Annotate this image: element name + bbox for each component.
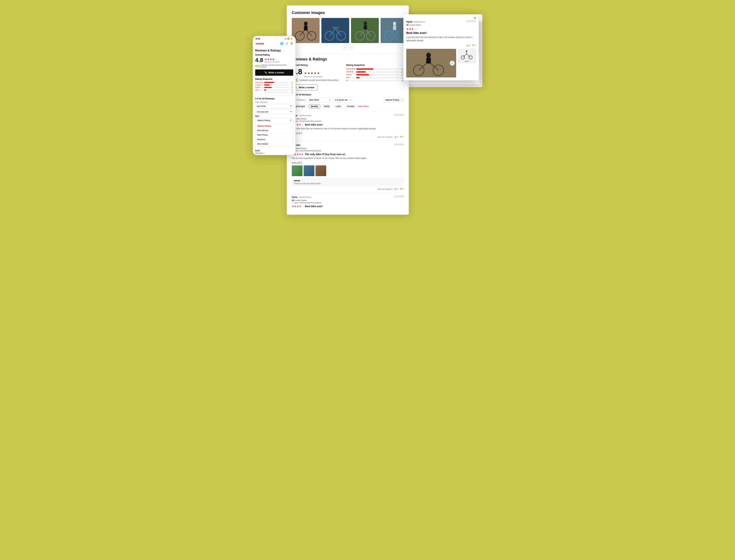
review-img-thumb-2[interactable] — [303, 165, 314, 176]
phone-sort-chevron: ▾ — [290, 119, 291, 121]
carousel-prev[interactable]: ‹ — [342, 45, 347, 50]
clear-filters-btn[interactable]: Clear filters — [358, 104, 369, 109]
modal-nav-arrow[interactable]: › — [450, 61, 455, 66]
tag-safety[interactable]: Safety — [321, 104, 332, 109]
phone-header: woom. 🌐 🛒 ☰ — [253, 41, 295, 47]
phone-write-review-btn[interactable]: ✏️ Write a review — [255, 69, 293, 76]
phone-review-stars: ★★★★☆ — [255, 152, 293, 154]
phone-age-filter[interactable]: 6-8 years old ▾ — [255, 109, 293, 114]
reviewer-flag-3: 🇺🇸 United States — [292, 199, 404, 202]
phone-rider-filter[interactable]: New Rider ▾ — [255, 104, 293, 108]
phone-sort-label: Sort — [255, 115, 293, 117]
phone-sort-featured[interactable]: Featured — [255, 137, 293, 142]
rating-snapshot: Rating Snapshot ★★★★★ (4) ★★★★★ (2) ★★★★… — [346, 64, 404, 90]
helpful-no-1[interactable]: 👎 0 — [400, 136, 404, 138]
phone-review-mini: Iryna ★★★★☆ Best bike ever! Love this bi… — [255, 147, 293, 155]
mobile-phone: 9:41 ▪▪▪ 📶 🔋 woom. 🌐 🛒 ☰ Reviews & Ratin… — [253, 36, 296, 155]
review-body-2: We are true superfans of woom in our hou… — [292, 157, 404, 160]
phone-sort-photos[interactable]: With Photos — [255, 133, 293, 137]
phone-snap-2-count: (1) — [290, 89, 293, 91]
modal-product-img[interactable]: woom. — [458, 49, 476, 63]
cart-icon[interactable]: 🛒 — [285, 42, 289, 45]
modal-title: Best bike ever! — [406, 31, 476, 35]
phone-rider-chevron: ▾ — [290, 105, 291, 107]
modal-close-button[interactable]: ✕ — [474, 16, 476, 20]
modal-dislike-btn[interactable]: 👎 0 — [472, 44, 476, 47]
phone-snapshot-2: ★★☆☆☆ (1) — [255, 89, 293, 91]
overall-stars-block: ★ ★ ★ ★ ★ Based on 10 reviews — [304, 71, 322, 78]
product-link-2[interactable]: woom UP 5 — [292, 161, 302, 164]
review-stars-title-2: ★★★★★ The only bike I'll buy from now on — [292, 153, 404, 156]
svg-rect-22 — [364, 25, 367, 30]
phone-snapshot-1: ★☆☆☆☆ (0) — [255, 91, 293, 93]
phone-sort-recent[interactable]: Most Recent — [255, 128, 293, 133]
snapshot-row-1: ★★★★★ (0) — [346, 79, 404, 82]
phone-snap-5-stars: ★★★★★ — [255, 81, 263, 83]
reviews-ratings-title: Reviews & Ratings — [292, 54, 404, 64]
phone-recommend: 95% reviewers would recommend this produ… — [255, 64, 293, 68]
menu-icon[interactable]: ☰ — [290, 42, 293, 45]
customer-image-3[interactable] — [351, 18, 379, 43]
customer-image-2[interactable] — [321, 18, 349, 43]
modal-side-panel: woom. — [458, 49, 476, 77]
review-card-3: Iryna Verified Buyer 11/07/2023 🇺🇸 Unite… — [292, 193, 404, 211]
sort-filter-select[interactable]: Highest Rating Most Recent With Photos F… — [383, 97, 404, 102]
modal-reviewer-name: Iryna — [406, 20, 412, 23]
tag-learn[interactable]: Learn — [333, 104, 343, 109]
review-img-thumb-1[interactable] — [292, 165, 302, 176]
phone-snap-3-count: (3) — [290, 86, 293, 88]
phone-filter-label: Filter Reviews — [255, 101, 293, 103]
phone-sort-highest-label: Highest Rating — [257, 119, 270, 121]
snapshot-row-2: ★★★★★ (1) — [346, 76, 404, 79]
woom-logo: woom. — [255, 41, 264, 46]
customer-images-grid — [292, 18, 404, 43]
svg-rect-31 — [406, 49, 456, 77]
reviews-ratings-section: Reviews & Ratings Overall Rating 4.8 ★ ★… — [287, 54, 409, 215]
phone-snap-3-stars: ★★★☆☆ — [255, 86, 263, 88]
rider-filter-select[interactable]: New Rider Experienced Rider — [307, 97, 331, 102]
review-img-thumb-3[interactable] — [315, 165, 326, 176]
phone-snap-4-count: (2) — [290, 84, 293, 86]
age-filter-select[interactable]: 6-8 years old 4-6 years old — [333, 97, 352, 102]
phone-snap-1-count: (0) — [290, 91, 293, 93]
phone-sort-active[interactable]: Highest Rating — [255, 124, 293, 128]
modal-text: Love this bike! My son learned to ride i… — [406, 36, 476, 42]
helpful-yes-1[interactable]: 👍 0 — [394, 136, 398, 138]
svg-rect-38 — [426, 58, 431, 63]
modal-product-logo: woom. — [460, 60, 474, 62]
tag-quality[interactable]: Quality — [308, 104, 320, 109]
tag-durable[interactable]: Durable — [344, 104, 357, 109]
signal-icon: ▪▪▪ — [284, 38, 287, 40]
modal-like-btn[interactable]: 👍 0 — [466, 44, 470, 47]
helpful-yes-2[interactable]: 👍 0 — [394, 188, 398, 190]
review-images-2 — [292, 165, 404, 176]
helpful-row-2: Was this helpful? 👍 0 👎 0 — [292, 188, 404, 190]
helpful-label-2: Was this helpful? — [378, 188, 393, 190]
phone-recommend-text: reviewers would recommend this product. — [260, 64, 293, 68]
modal-verified: Verified Buyer — [413, 21, 425, 23]
overall-label: Overall Rating — [292, 64, 339, 66]
phone-status-bar: 9:41 ▪▪▪ 📶 🔋 — [253, 36, 295, 41]
helpful-no-2[interactable]: 👎 0 — [400, 188, 404, 190]
ratings-row: Overall Rating 4.8 ★ ★ ★ ★ ★ Based on 10 — [292, 64, 404, 90]
review-stars-title-3: ★★★★★ Best bike ever! — [292, 205, 404, 208]
snapshot-row-4: ★★★★★ (2) — [346, 71, 404, 73]
modal-image-area: › woom. — [406, 49, 476, 77]
review-body-1: Love this bike! My son learned to ride i… — [292, 127, 404, 130]
battery-icon: 🔋 — [290, 37, 293, 40]
snapshot-count-4: (2) — [400, 71, 404, 73]
carousel-next[interactable]: › — [348, 45, 353, 50]
svg-point-21 — [364, 21, 367, 25]
review-date-2: 11/07/2023 — [394, 143, 404, 147]
recommend-text: reviewers would recommend this product. — [299, 79, 339, 81]
modal-reviewer-row: Iryna Verified Buyer 11/07/2023 — [406, 20, 476, 23]
phone-sort-helpful[interactable]: Most Helpful — [255, 142, 293, 146]
response-text-2: Thank you for your kind words! — [294, 182, 402, 185]
filter-tags-row: Lightweight Quality Safety Learn Durable… — [292, 104, 404, 109]
globe-icon[interactable]: 🌐 — [280, 42, 283, 45]
phone-sort-highest[interactable]: Highest Rating ▾ — [255, 118, 293, 124]
phone-header-icons: 🌐 🛒 ☰ — [280, 42, 293, 45]
phone-snap-4-stars: ★★★★☆ — [255, 84, 263, 86]
snapshot-stars-1: ★★★★★ — [346, 79, 355, 82]
customer-image-1[interactable] — [292, 18, 319, 43]
